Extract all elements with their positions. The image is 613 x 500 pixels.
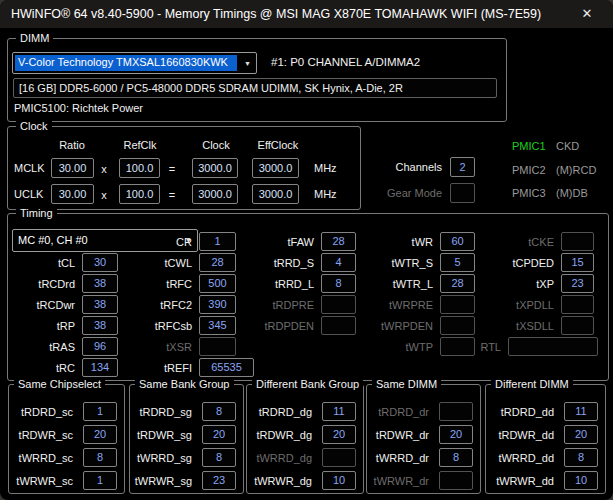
- pmic2-label: PMIC2: [512, 164, 546, 176]
- timing-label-RTL: RTL: [411, 338, 501, 357]
- timing-label-tWRWR_dr: tWRWR_dr: [368, 472, 429, 491]
- timing-value-tWRRD_sg: 8: [202, 448, 236, 467]
- timing-value-tWRWR_sc: 1: [83, 471, 117, 490]
- timing-label-tWRWR_dd: tWRWR_dd: [487, 472, 554, 491]
- timing-value-tRDRD_sg: 8: [202, 402, 236, 421]
- close-button[interactable]: ✕: [567, 0, 607, 28]
- timing-label-tCPDED: tCPDED: [464, 254, 554, 273]
- group-same-dimm-legend: Same DIMM: [372, 377, 441, 391]
- timing-value-tRDRD_sc: 1: [83, 402, 117, 421]
- pmic1-label: PMIC1: [512, 140, 546, 152]
- dimm-select-value: V-Color Technology TMXSAL1660830KWK: [15, 55, 237, 71]
- timing-label-tXSDLL: tXSDLL: [464, 317, 554, 336]
- uclk-refclk-field: 100.0: [119, 184, 160, 204]
- clock-header-effclock: EffClock: [250, 138, 306, 152]
- timing-value-tXP: 23: [561, 274, 594, 293]
- timing-value-tRDWR_sc: 20: [83, 425, 117, 444]
- timing-label-tWTR_S: tWTR_S: [343, 254, 433, 273]
- timing-label-tRDWR_dr: tRDWR_dr: [368, 426, 429, 445]
- timing-label-tRDRD_dd: tRDRD_dd: [487, 403, 554, 422]
- timing-label-tCWL: tCWL: [102, 254, 192, 273]
- timing-value-RTL: [508, 337, 598, 356]
- timing-label-tWRPDEN: tWRPDEN: [343, 317, 433, 336]
- timing-label-tRRD_S: tRRD_S: [224, 254, 314, 273]
- mclk-effclock-field: 3000.0: [252, 158, 299, 178]
- mclk-label: MCLK: [14, 159, 45, 178]
- timing-label-tRDRD_sc: tRDRD_sc: [10, 403, 73, 422]
- timing-label-tRRD_L: tRRD_L: [224, 275, 314, 294]
- mclk-unit: MHz: [314, 159, 337, 178]
- timing-value-tREFI: 65535: [199, 358, 254, 377]
- timing-value-tRDRD_dg: 11: [322, 402, 356, 421]
- timing-value-tWRRD_dd: 8: [564, 448, 598, 467]
- timing-value-tWRWR_dd: 10: [564, 471, 598, 490]
- timing-label-tRDRD_sg: tRDRD_sg: [131, 403, 192, 422]
- clock-header-refclk: RefClk: [112, 138, 168, 152]
- timing-label-tRDPDEN: tRDPDEN: [224, 317, 314, 336]
- timing-label-tRP: tRP: [0, 317, 75, 336]
- mclk-clock-field: 3000.0: [192, 158, 238, 178]
- timing-label-tXP: tXP: [464, 275, 554, 294]
- timing-value-tCPDED: 15: [561, 253, 594, 272]
- dropdown-arrow-icon[interactable]: ▼: [239, 53, 256, 73]
- dimm-group-legend: DIMM: [16, 31, 53, 45]
- close-icon: ✕: [582, 6, 593, 21]
- timing-label-tWRWR_sc: tWRWR_sc: [10, 472, 73, 491]
- timing-value-tWRWR_sg: 23: [202, 471, 236, 490]
- timing-label-tRFC2: tRFC2: [102, 296, 192, 315]
- timing-label-tRDWR_dg: tRDWR_dg: [248, 426, 312, 445]
- uclk-equals-sign: =: [166, 185, 178, 205]
- timing-label-tFAW: tFAW: [224, 233, 314, 252]
- pmic1-tag: CKD: [556, 140, 579, 152]
- memory-timings-window: HWiNFO® 64 v8.40-5900 - Memory Timings @…: [0, 0, 613, 500]
- uclk-clock-field: 3000.0: [192, 184, 238, 204]
- channels-label: Channels: [360, 158, 442, 177]
- dimm-select[interactable]: V-Color Technology TMXSAL1660830KWK ▼: [12, 52, 257, 74]
- timing-value-tCKE: [561, 232, 594, 251]
- timing-label-tRFCsb: tRFCsb: [102, 317, 192, 336]
- timing-label-tWR: tWR: [343, 233, 433, 252]
- timing-value-tRDWR_dr: 20: [439, 425, 473, 444]
- pmic3-tag: (M)DB: [556, 187, 588, 199]
- timing-label-tRCDrd: tRCDrd: [0, 275, 75, 294]
- timing-label-tRDWR_sg: tRDWR_sg: [131, 426, 192, 445]
- timing-value-tWRRD_sc: 8: [83, 448, 117, 467]
- timing-label-tWRRD_sc: tWRRD_sc: [10, 449, 73, 468]
- timing-label-tWTR_L: tWTR_L: [343, 275, 433, 294]
- timing-label-tWRRD_dd: tWRRD_dd: [487, 449, 554, 468]
- window-title: HWiNFO® 64 v8.40-5900 - Memory Timings @…: [11, 0, 541, 28]
- timing-label-tCKE: tCKE: [464, 233, 554, 252]
- channels-field: 2: [450, 157, 475, 177]
- gear-mode-label: Gear Mode: [360, 184, 442, 203]
- mclk-refclk-field: 100.0: [119, 158, 160, 178]
- timing-label-tRDRD_dr: tRDRD_dr: [368, 403, 429, 422]
- timing-value-tWRWR_dg: 10: [322, 471, 356, 490]
- timing-group-legend: Timing: [16, 206, 57, 220]
- pmic2-tag: (M)RCD: [556, 164, 596, 176]
- timing-value-tWRRD_dg: [322, 448, 356, 467]
- timing-label-tWRPRE: tWRPRE: [343, 296, 433, 315]
- group-different-dimm-legend: Different DIMM: [491, 377, 573, 391]
- title-bar: HWiNFO® 64 v8.40-5900 - Memory Timings @…: [0, 0, 613, 28]
- timing-label-tXSR: tXSR: [102, 338, 192, 357]
- timing-label-tRDWR_dd: tRDWR_dd: [487, 426, 554, 445]
- uclk-label: UCLK: [14, 185, 43, 204]
- gear-mode-field: [450, 183, 475, 203]
- timing-label-tWRRD_dg: tWRRD_dg: [248, 449, 312, 468]
- uclk-effclock-field: 3000.0: [252, 184, 299, 204]
- timing-label-tRDRD_dg: tRDRD_dg: [248, 403, 312, 422]
- group-different-bank-group-legend: Different Bank Group: [252, 377, 363, 391]
- group-same-bank-group-legend: Same Bank Group: [135, 377, 234, 391]
- timing-label-tWRWR_dg: tWRWR_dg: [248, 472, 312, 491]
- timing-value-tWRRD_dr: 8: [439, 448, 473, 467]
- clock-header-ratio: Ratio: [44, 138, 100, 152]
- timing-label-tRDWR_sc: tRDWR_sc: [10, 426, 73, 445]
- timing-label-tCL: tCL: [0, 254, 75, 273]
- group-same-chipselect-legend: Same Chipselect: [14, 377, 105, 391]
- timing-label-tWRRD_dr: tWRRD_dr: [368, 449, 429, 468]
- uclk-unit: MHz: [314, 185, 337, 204]
- timing-label-CR: CR: [102, 233, 192, 252]
- timing-value-tRDWR_dg: 20: [322, 425, 356, 444]
- timing-value-tXSDLL: [561, 316, 594, 335]
- dimm-info-field: [16 GB] DDR5-6000 / PC5-48000 DDR5 SDRAM…: [13, 78, 497, 98]
